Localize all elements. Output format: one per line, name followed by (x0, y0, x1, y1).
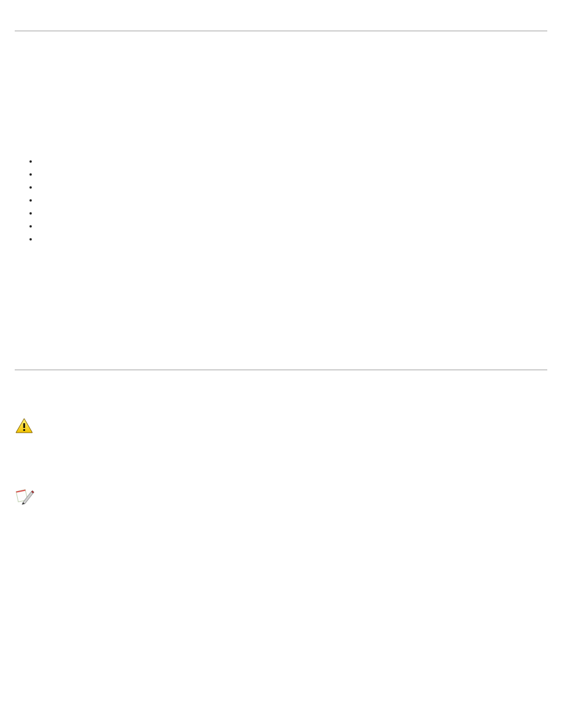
list-item (38, 220, 547, 233)
list-item (38, 194, 547, 207)
list-item (38, 233, 547, 246)
spacer (15, 441, 547, 488)
spacer (15, 31, 547, 155)
spacer (15, 370, 547, 417)
svg-rect-0 (24, 423, 25, 428)
spacer-top (15, 0, 547, 31)
list-item (38, 168, 547, 181)
list-item (38, 155, 547, 168)
spacer (15, 246, 547, 370)
spacer-bottom (15, 512, 547, 724)
warning-triangle-icon (15, 417, 36, 434)
note-pencil-icon (15, 488, 36, 506)
list-item (38, 207, 547, 220)
bullet-list (15, 155, 547, 246)
warning-callout (15, 417, 547, 441)
document-page (0, 0, 562, 728)
list-item (38, 181, 547, 194)
note-callout (15, 488, 547, 512)
bullet-list-block (15, 155, 547, 246)
svg-rect-1 (24, 429, 25, 431)
